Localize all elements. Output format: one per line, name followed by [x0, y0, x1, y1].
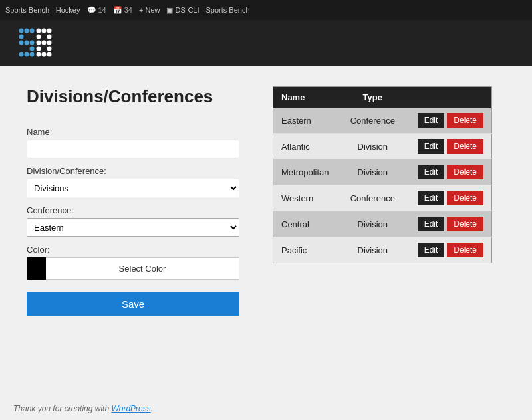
- conference-label: Conference:: [27, 205, 246, 215]
- division-conf-group: Division/Conference: Divisions Conferenc…: [27, 166, 246, 197]
- delete-button[interactable]: Delete: [447, 191, 483, 205]
- row-name: Western: [273, 185, 341, 211]
- svg-point-22: [42, 52, 47, 56]
- save-button[interactable]: Save: [27, 292, 239, 316]
- delete-button[interactable]: Delete: [447, 165, 483, 179]
- color-group: Color: Select Color: [27, 245, 246, 280]
- edit-button[interactable]: Edit: [418, 165, 445, 179]
- svg-point-2: [30, 28, 35, 33]
- svg-point-19: [42, 40, 47, 45]
- row-name: Pacific: [273, 237, 341, 263]
- edit-button[interactable]: Edit: [418, 191, 445, 205]
- division-conf-select[interactable]: Divisions Conference: [27, 179, 239, 197]
- svg-point-15: [37, 52, 41, 56]
- delete-button[interactable]: Delete: [447, 243, 483, 257]
- svg-point-0: [19, 28, 24, 33]
- row-actions: EditDelete: [405, 108, 492, 134]
- table-row: WesternConferenceEditDelete: [273, 185, 492, 211]
- wordpress-link[interactable]: WordPress: [111, 404, 150, 413]
- table-row: PacificDivisionEditDelete: [273, 237, 492, 263]
- logo-icon: [13, 25, 60, 62]
- svg-point-18: [47, 34, 52, 39]
- svg-point-13: [37, 40, 41, 45]
- svg-point-9: [25, 52, 29, 56]
- logo: [13, 25, 60, 62]
- color-swatch: [27, 257, 46, 280]
- row-actions: EditDelete: [405, 185, 492, 211]
- svg-point-17: [47, 28, 52, 33]
- edit-button[interactable]: Edit: [418, 217, 445, 231]
- row-type: Conference: [340, 108, 404, 134]
- color-label: Color:: [27, 245, 246, 255]
- row-type: Division: [340, 237, 404, 263]
- svg-point-8: [30, 52, 35, 56]
- row-name: Central: [273, 211, 341, 237]
- table-section: Name Type EasternConferenceEditDeleteAtl…: [273, 86, 505, 263]
- main-content: Divisions/Conferences Name: Division/Con…: [0, 66, 532, 336]
- update-count: 📅 34: [113, 6, 132, 15]
- name-input[interactable]: [27, 140, 239, 158]
- svg-point-11: [37, 28, 41, 33]
- row-type: Division: [340, 211, 404, 237]
- cli-label: ▣ DS-CLI: [166, 6, 199, 15]
- col-name: Name: [273, 87, 341, 108]
- svg-point-16: [42, 28, 47, 33]
- row-actions: EditDelete: [405, 211, 492, 237]
- row-actions: EditDelete: [405, 159, 492, 185]
- svg-point-14: [37, 46, 41, 51]
- table-row: AtlanticDivisionEditDelete: [273, 134, 492, 159]
- topbar: Sports Bench - Hockey 💬 14 📅 34 + New ▣ …: [0, 0, 532, 20]
- conference-select[interactable]: Eastern Western None: [27, 218, 239, 237]
- row-name: Eastern: [273, 108, 341, 134]
- svg-point-7: [30, 46, 35, 51]
- svg-point-12: [37, 34, 41, 39]
- row-type: Conference: [340, 185, 404, 211]
- svg-point-23: [47, 52, 52, 56]
- table-row: MetropolitanDivisionEditDelete: [273, 159, 492, 185]
- select-color-button[interactable]: Select Color: [46, 264, 239, 274]
- new-item[interactable]: + New: [139, 6, 160, 14]
- svg-point-1: [25, 28, 29, 33]
- delete-button[interactable]: Delete: [447, 113, 483, 128]
- svg-point-20: [47, 40, 52, 45]
- table-header-row: Name Type: [273, 87, 492, 108]
- svg-point-21: [47, 46, 52, 51]
- svg-point-10: [19, 52, 24, 56]
- row-actions: EditDelete: [405, 134, 492, 159]
- delete-button[interactable]: Delete: [447, 139, 483, 154]
- row-name: Atlantic: [273, 134, 341, 159]
- col-type: Type: [340, 87, 404, 108]
- svg-point-6: [30, 40, 35, 45]
- table-row: EasternConferenceEditDelete: [273, 108, 492, 134]
- divisions-table: Name Type EasternConferenceEditDeleteAtl…: [273, 86, 492, 263]
- comment-count: 💬 14: [87, 6, 106, 15]
- page-title: Divisions/Conferences: [27, 86, 246, 107]
- name-label: Name:: [27, 127, 246, 137]
- bench-label: Sports Bench: [206, 6, 250, 14]
- division-conf-label: Division/Conference:: [27, 166, 246, 176]
- row-type: Division: [340, 134, 404, 159]
- form-section: Divisions/Conferences Name: Division/Con…: [27, 86, 246, 316]
- row-type: Division: [340, 159, 404, 185]
- color-row: Select Color: [27, 257, 239, 280]
- edit-button[interactable]: Edit: [418, 243, 445, 257]
- row-name: Metropolitan: [273, 159, 341, 185]
- name-group: Name:: [27, 127, 246, 158]
- svg-point-5: [25, 40, 29, 45]
- footer-text: Thank you for creating with: [13, 404, 111, 413]
- table-row: CentralDivisionEditDelete: [273, 211, 492, 237]
- conference-group: Conference: Eastern Western None: [27, 205, 246, 237]
- row-actions: EditDelete: [405, 237, 492, 263]
- delete-button[interactable]: Delete: [447, 217, 483, 231]
- edit-button[interactable]: Edit: [418, 139, 445, 154]
- col-actions: [405, 87, 492, 108]
- header: [0, 20, 532, 66]
- svg-point-4: [19, 40, 24, 45]
- footer: Thank you for creating with WordPress.: [13, 404, 153, 413]
- site-name: Sports Bench - Hockey: [5, 6, 80, 14]
- edit-button[interactable]: Edit: [418, 113, 445, 128]
- svg-point-3: [19, 34, 24, 39]
